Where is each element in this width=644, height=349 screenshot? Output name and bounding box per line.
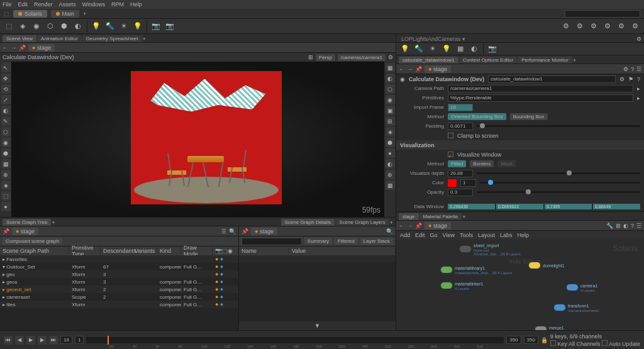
display-icon[interactable]: ⬡ [386, 84, 395, 94]
playhead[interactable] [108, 336, 109, 345]
end-frame-field-2[interactable]: 350 [524, 336, 538, 344]
camera-icon[interactable]: 📷 [486, 43, 499, 55]
net-menu-tools[interactable]: Tools [460, 232, 473, 238]
table-row[interactable]: ▸ tilesXformcomponenFull G…● ● [0, 301, 238, 308]
current-frame-field[interactable]: 18 [60, 336, 72, 344]
shelf-icon[interactable]: ⬢ [58, 20, 70, 33]
table-row[interactable]: ▸ geoXform3● ● [0, 270, 238, 278]
menu-assets[interactable]: Assets [59, 1, 76, 8]
add-tab-icon[interactable]: + [83, 11, 86, 17]
shelf-icon[interactable]: ⬚ [3, 20, 15, 33]
next-frame-icon[interactable]: ▶ [38, 336, 47, 345]
display-icon[interactable]: ⊕ [386, 170, 395, 179]
col-kind[interactable]: Kind [157, 248, 181, 254]
tab-calc-datawindow[interactable]: calculate_datawindow1 [399, 57, 458, 64]
lock-icon[interactable]: 🔒 [541, 337, 548, 343]
distant-light-icon[interactable]: ☀ [118, 20, 130, 33]
shelf-icon[interactable]: ◉ [30, 20, 43, 33]
pin-icon[interactable]: 📌 [3, 228, 9, 235]
net-menu-layout[interactable]: Layout [478, 232, 495, 238]
display-icon[interactable]: ◐ [386, 74, 395, 83]
color-swatch[interactable] [448, 179, 457, 187]
color-value-field[interactable]: 1 [460, 179, 476, 187]
light-icon[interactable]: 💡 [90, 20, 103, 33]
forward-icon[interactable]: → [11, 45, 16, 51]
shelf-icon[interactable]: ⚙ [601, 20, 614, 33]
select-tool-icon[interactable]: ↖ [1, 63, 11, 72]
table-row[interactable]: ▾ Outdoor_SetXform67componenFull G…● ● [0, 263, 238, 270]
tool-icon[interactable]: ◐ [1, 106, 11, 115]
chooser-icon[interactable]: ▸ [637, 86, 640, 92]
viewport-canvas[interactable]: 59fps [11, 62, 384, 217]
desktop-tab-main[interactable]: Main [51, 10, 80, 18]
filter-icon[interactable]: 🔍 [229, 228, 236, 235]
shelf-icon[interactable]: ◐ [72, 20, 84, 33]
import-frame-field[interactable]: 18 [448, 104, 473, 111]
display-icon[interactable]: ◐ [386, 159, 395, 169]
table-row[interactable]: ▸ camerasetScope2componenFull G…● ● [0, 293, 238, 301]
tab-scene-graph-details[interactable]: Scene Graph Details [281, 219, 335, 226]
flag-icon[interactable]: ⚑ [628, 76, 633, 82]
table-row[interactable]: ▸ geoedi_setXform2componenFull G…● ● [0, 285, 238, 293]
prev-frame-icon[interactable]: ◀ [15, 336, 24, 345]
menu-help[interactable]: Help [130, 1, 142, 8]
opacity-slider[interactable] [477, 191, 640, 193]
shelf-icon[interactable]: ⚙ [587, 20, 600, 33]
net-menu-view[interactable]: View [443, 232, 455, 238]
tab-material-palette[interactable]: Material Palette [419, 213, 462, 220]
display-icon[interactable]: ▦ [386, 180, 395, 190]
play-icon[interactable]: ▶ [26, 336, 35, 345]
light-icon[interactable]: 💡 [440, 43, 453, 55]
global-search[interactable] [565, 10, 640, 18]
search-icon[interactable]: 🔍 [386, 228, 393, 235]
desktop-tab-solaris[interactable]: Solaris [13, 10, 47, 18]
tool-icon[interactable]: ? [631, 223, 634, 229]
clamp-checkbox[interactable] [448, 133, 453, 138]
shelf-icon[interactable]: ⬡ [44, 20, 57, 33]
filter-layerstack[interactable]: Layer Stack [360, 238, 393, 245]
col-value[interactable]: Value [289, 248, 396, 254]
tool-icon[interactable]: ✎ [1, 116, 11, 126]
filter-filtered[interactable]: Filtered [335, 238, 358, 245]
tool-icon[interactable]: ● [1, 202, 11, 211]
network-node[interactable]: sheet_import/sura.usd/Outdoor_Set… [3] 8… [459, 242, 521, 256]
network-node[interactable]: materiallinker14 Layers [440, 280, 484, 291]
network-node[interactable]: materiallibrary1/materials/refe_chol… [6… [440, 265, 512, 275]
filter-icon[interactable]: ▼ [314, 323, 320, 329]
padding-slider[interactable] [477, 125, 640, 127]
pin-icon[interactable]: 📌 [415, 66, 422, 72]
dw-x0[interactable]: 0.268436 [448, 204, 495, 209]
light-icon[interactable]: ▦ [454, 43, 467, 55]
tab-scene-view[interactable]: Scene View [3, 35, 36, 42]
help-icon[interactable]: ? [637, 76, 640, 82]
chooser-icon[interactable]: ▸ [637, 95, 640, 101]
shelf-icon[interactable]: ⚙ [574, 20, 586, 33]
camera-path-field[interactable]: /cameras/camera1 [448, 85, 633, 92]
network-node[interactable]: camera14 Layers [566, 282, 597, 292]
tool-icon[interactable]: ⬢ [1, 148, 11, 158]
camera-icon[interactable]: 📷 [164, 20, 176, 33]
key-all-checkbox[interactable] [550, 340, 556, 346]
network-node[interactable]: transform1/cameras/camera1 [553, 302, 599, 313]
network-canvas[interactable]: Solaris Indie Edition sheet_import/sura.… [396, 240, 644, 330]
opacity-field[interactable]: 0.3 [448, 189, 473, 196]
net-menu-labs[interactable]: Labs [500, 232, 513, 238]
spotlight-icon[interactable]: 🔦 [104, 20, 116, 33]
breadcrumb[interactable]: ● stage [28, 44, 55, 52]
rotate-tool-icon[interactable]: ⟲ [1, 84, 11, 94]
filter-summary[interactable]: Summary [304, 238, 332, 245]
light-icon[interactable]: 🔦 [413, 43, 425, 55]
menu-windows[interactable]: Windows [82, 1, 106, 8]
tool-icon[interactable]: ☰ [636, 223, 641, 229]
add-tab-icon[interactable]: + [573, 57, 576, 64]
tab-geometry-spreadsheet[interactable]: Geometry Spreadsheet [82, 35, 142, 42]
col-name[interactable]: Name [239, 248, 289, 254]
start-frame-field[interactable]: 1 [75, 336, 84, 344]
table-row[interactable]: ▸ geosXform3componenFull G…● ● [0, 278, 238, 285]
back-icon[interactable]: ← [399, 66, 404, 72]
display-icon[interactable]: ● [386, 148, 395, 158]
light-icon[interactable]: 💡 [399, 43, 411, 55]
col-path[interactable]: Scene Graph Path [0, 248, 69, 254]
breadcrumb[interactable]: ● stage [425, 65, 451, 73]
add-tab-icon[interactable]: + [52, 219, 55, 226]
